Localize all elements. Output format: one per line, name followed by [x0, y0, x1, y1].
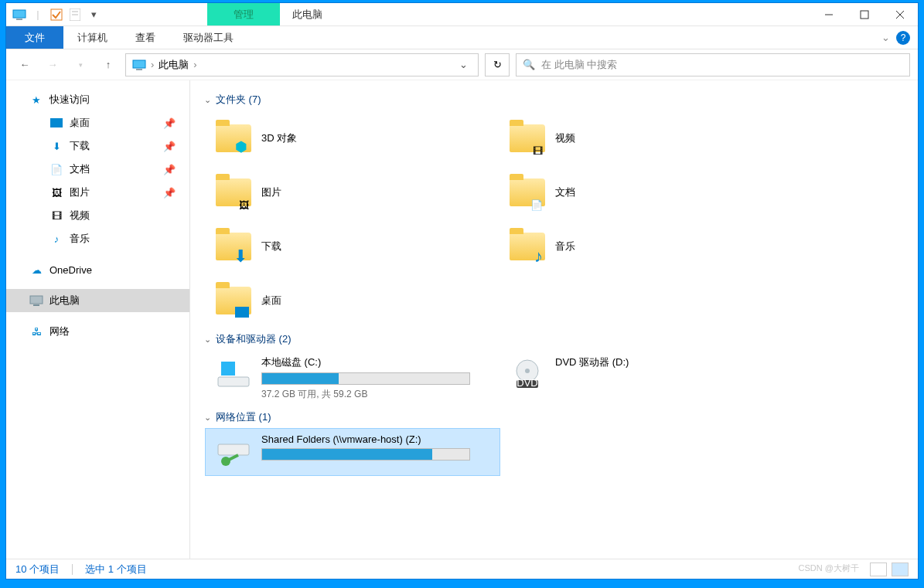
minimize-button[interactable] — [811, 3, 847, 25]
sidebar-label: 视频 — [70, 209, 90, 223]
picture-icon: 🖼 — [49, 185, 63, 199]
folder-label: 图片 — [261, 185, 281, 199]
separator-icon: | — [31, 8, 45, 22]
section-network-header[interactable]: ⌄ 网络位置 (1) — [190, 406, 918, 429]
section-title: 设备和驱动器 (2) — [216, 332, 292, 346]
up-button[interactable]: ↑ — [97, 54, 119, 76]
qat-dropdown-icon[interactable]: ▾ — [87, 8, 101, 22]
sidebar-item-downloads[interactable]: ⬇ 下载 📌 — [6, 134, 189, 158]
pc-icon — [29, 294, 43, 308]
pc-icon — [12, 8, 26, 22]
svg-rect-16 — [218, 377, 249, 386]
breadcrumb-sep: › — [151, 59, 154, 70]
svg-rect-1 — [16, 19, 22, 20]
folder-label: 桌面 — [261, 294, 281, 308]
folder-videos[interactable]: 🎞 视频 — [500, 111, 793, 165]
drive-label: DVD 驱动器 (D:) — [555, 355, 786, 369]
sidebar-network[interactable]: 🖧 网络 — [6, 320, 189, 343]
folder-label: 视频 — [555, 131, 575, 145]
sidebar-label: 快速访问 — [49, 93, 90, 107]
content-pane: ⌄ 文件夹 (7) ⬢ 3D 对象 🎞 视频 🖼 图片 📄 文档 — [190, 80, 918, 559]
computer-tab[interactable]: 计算机 — [63, 26, 121, 49]
folder-music[interactable]: ♪ 音乐 — [500, 219, 793, 274]
svg-rect-13 — [30, 296, 43, 304]
navigation-bar: ← → ▾ ↑ › 此电脑 › ⌄ ↻ 🔍 在 此电脑 中搜索 — [6, 49, 918, 80]
search-box[interactable]: 🔍 在 此电脑 中搜索 — [516, 53, 910, 76]
folder-label: 3D 对象 — [261, 131, 297, 145]
sidebar-label: 此电脑 — [49, 294, 80, 308]
sidebar-item-pictures[interactable]: 🖼 图片 📌 — [6, 181, 189, 204]
pin-icon: 📌 — [163, 117, 176, 129]
quick-access-toolbar: | ▾ — [6, 3, 107, 25]
address-bar[interactable]: › 此电脑 › ⌄ — [125, 53, 479, 76]
properties-icon[interactable] — [68, 8, 82, 22]
window-title: 此电脑 — [280, 3, 335, 25]
folder-desktop[interactable]: 桌面 — [206, 274, 500, 328]
forward-button[interactable]: → — [42, 54, 63, 76]
sidebar-item-desktop[interactable]: 桌面 📌 — [6, 111, 189, 134]
help-icon[interactable]: ? — [896, 31, 910, 45]
watermark-text: CSDN @大树干 — [799, 563, 859, 576]
checkbox-icon[interactable] — [49, 8, 63, 22]
pin-icon: 📌 — [163, 187, 176, 199]
section-title: 网络位置 (1) — [216, 410, 271, 424]
svg-rect-15 — [235, 307, 249, 318]
sidebar-item-music[interactable]: ♪ 音乐 — [6, 227, 189, 250]
chevron-down-icon: ⌄ — [204, 335, 211, 345]
cloud-icon: ☁ — [29, 263, 43, 277]
network-drive-z[interactable]: Shared Folders (\\vmware-host) (Z:) — [206, 429, 500, 475]
sidebar-label: 网络 — [49, 325, 70, 338]
sidebar-quick-access[interactable]: ★ 快速访问 — [6, 88, 189, 111]
drive-tools-tab[interactable]: 驱动器工具 — [169, 26, 247, 49]
status-item-count: 10 个项目 — [15, 563, 60, 576]
breadcrumb-root[interactable]: 此电脑 — [159, 58, 189, 72]
folder-downloads[interactable]: ⬇ 下载 — [206, 219, 500, 274]
file-tab[interactable]: 文件 — [6, 26, 63, 49]
drive-icon — [213, 355, 254, 393]
drive-label: Shared Folders (\\vmware-host) (Z:) — [261, 433, 492, 445]
back-button[interactable]: ← — [14, 54, 36, 76]
view-tab[interactable]: 查看 — [121, 26, 169, 49]
download-icon: ⬇ — [49, 139, 63, 153]
network-grid: Shared Folders (\\vmware-host) (Z:) — [190, 429, 918, 475]
folder-documents[interactable]: 📄 文档 — [500, 165, 793, 219]
folder-label: 下载 — [261, 240, 281, 253]
folders-grid: ⬢ 3D 对象 🎞 视频 🖼 图片 📄 文档 ⬇ 下载 — [190, 111, 918, 328]
section-folders-header[interactable]: ⌄ 文件夹 (7) — [190, 88, 918, 111]
sidebar-item-documents[interactable]: 📄 文档 📌 — [6, 158, 189, 181]
sidebar-item-videos[interactable]: 🎞 视频 — [6, 204, 189, 227]
drive-local-c[interactable]: 本地磁盘 (C:) 37.2 GB 可用, 共 59.2 GB — [206, 351, 500, 406]
pin-icon: 📌 — [163, 141, 176, 152]
svg-rect-0 — [13, 10, 26, 18]
breadcrumb-sep[interactable]: › — [193, 59, 196, 70]
sidebar-onedrive[interactable]: ☁ OneDrive — [6, 258, 189, 281]
ribbon-collapse-icon[interactable]: ⌄ — [881, 32, 890, 43]
sidebar-label: 图片 — [70, 185, 90, 199]
status-selection: 选中 1 个项目 — [85, 563, 146, 576]
body: ★ 快速访问 桌面 📌 ⬇ 下载 📌 📄 文档 📌 🖼 图片 📌 — [6, 80, 918, 559]
maximize-button[interactable] — [847, 3, 882, 25]
details-view-button[interactable] — [870, 563, 887, 576]
drive-dvd-d[interactable]: DVD DVD 驱动器 (D:) — [500, 351, 793, 406]
recent-dropdown[interactable]: ▾ — [70, 54, 91, 76]
close-button[interactable] — [882, 3, 918, 25]
window-controls — [811, 3, 918, 25]
document-icon: 📄 — [49, 162, 63, 176]
svg-rect-10 — [133, 60, 145, 68]
refresh-button[interactable]: ↻ — [485, 53, 510, 76]
address-dropdown-icon[interactable]: ⌄ — [455, 59, 472, 70]
section-drives-header[interactable]: ⌄ 设备和驱动器 (2) — [190, 328, 918, 351]
folder-label: 文档 — [555, 185, 575, 199]
sidebar-this-pc[interactable]: 此电脑 — [6, 289, 189, 312]
folder-icon: ♪ — [507, 226, 547, 267]
status-bar: 10 个项目 选中 1 个项目 CSDN @大树干 — [6, 559, 918, 579]
drive-usage-bar — [261, 372, 470, 385]
tiles-view-button[interactable] — [892, 563, 909, 576]
folder-3d-objects[interactable]: ⬢ 3D 对象 — [206, 111, 500, 165]
folder-icon — [213, 280, 254, 321]
folder-pictures[interactable]: 🖼 图片 — [206, 165, 500, 219]
manage-tab[interactable]: 管理 — [207, 3, 280, 25]
folder-icon: ⬢ — [213, 118, 254, 158]
network-icon: 🖧 — [29, 325, 43, 338]
divider — [72, 564, 73, 575]
